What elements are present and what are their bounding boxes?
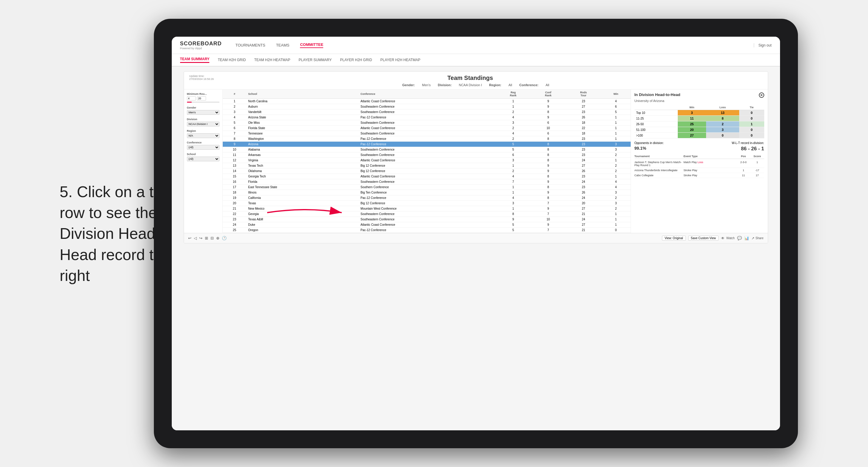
filter-gender-group: Gender Men's: [187, 106, 219, 115]
filter-division-label: Division:: [438, 83, 452, 87]
region-select[interactable]: N/A: [187, 133, 219, 138]
filter-conference-group: Conference (All): [187, 141, 219, 150]
table-row[interactable]: 2 Auburn Southeastern Conference 1 9 27 …: [223, 104, 631, 110]
filter-region-group: Region N/A: [187, 129, 219, 138]
device-frame: SCOREBOARD Powered by clippd TOURNAMENTS…: [154, 19, 798, 448]
sub-nav-team-summary[interactable]: TEAM SUMMARY: [180, 57, 210, 63]
table-row[interactable]: 24 Duke Atlantic Coast Conference 5 9 27…: [223, 222, 631, 227]
min-rou-input1[interactable]: [187, 96, 196, 100]
h2h-panel: In Division Head-to-Head ✕ University of…: [631, 90, 768, 233]
h2h-row: 11-25 11 8 0: [634, 116, 764, 121]
toolbar-step-back[interactable]: ◁: [194, 236, 197, 240]
filter-min-rou: Minimum Rou...: [187, 92, 219, 102]
sub-nav-player-h2h-heatmap[interactable]: PLAYER H2H HEATMAP: [380, 58, 421, 62]
table-row[interactable]: 7 Tennessee Southeastern Conference 4 6 …: [223, 131, 631, 136]
table-row[interactable]: 9 Arizona Pac-12 Conference 5 8 23 3: [223, 142, 631, 147]
standings-table-container: # School Conference RegRank ConfRank Rnd…: [223, 90, 631, 233]
filter-conference-label: Conference:: [520, 83, 538, 87]
filter-division-group: Division NCAA Division I: [187, 118, 219, 126]
table-row[interactable]: 16 Florida Southeastern Conference 7 9 2…: [223, 179, 631, 185]
table-row[interactable]: 5 Ole Miss Southeastern Conference 3 6 1…: [223, 120, 631, 126]
filter-school-group: School (All): [187, 153, 219, 161]
save-custom-view-btn[interactable]: Save Custom View: [688, 236, 719, 241]
close-button[interactable]: ✕: [759, 92, 764, 98]
sign-out[interactable]: Sign out: [754, 43, 771, 48]
toolbar-icon1[interactable]: 💬: [737, 236, 742, 240]
h2h-title: In Division Head-to-Head: [634, 92, 680, 97]
view-original-btn[interactable]: View: Original: [662, 236, 686, 241]
min-rou-input2[interactable]: [197, 96, 206, 100]
table-row[interactable]: 10 Alabama Southeastern Conference 5 8 2…: [223, 147, 631, 152]
tournament-row: Arizona Thunderbirds Intercollegiate Str…: [634, 168, 764, 173]
filter-region-label: Region:: [489, 83, 501, 87]
filter-gender-value: Men's: [422, 83, 431, 87]
filter-gender-label: Gender:: [402, 83, 415, 87]
table-row[interactable]: 12 Virginia Atlantic Coast Conference 3 …: [223, 158, 631, 163]
logo: SCOREBOARD Powered by clippd: [180, 40, 222, 50]
table-row[interactable]: 3 Vanderbilt Southeastern Conference 2 8…: [223, 110, 631, 115]
table-row[interactable]: 20 Texas Big 12 Conference 3 7 20 3: [223, 201, 631, 206]
toolbar-add[interactable]: ⊕: [216, 236, 219, 240]
table-row[interactable]: 14 Oklahoma Big 12 Conference 2 9 26 2: [223, 168, 631, 174]
h2h-row: Top 10 3 13 0: [634, 110, 764, 116]
sub-nav-player-summary[interactable]: PLAYER SUMMARY: [299, 58, 332, 62]
school-select[interactable]: (All): [187, 157, 219, 161]
table-row[interactable]: 17 East Tennessee State Southern Confere…: [223, 185, 631, 190]
standings-table: # School Conference RegRank ConfRank Rnd…: [223, 90, 631, 233]
tournament-section: Tournament Event Type Pos Score Jackson …: [634, 155, 764, 178]
table-row[interactable]: 25 Oregon Pac-12 Conference 5 7 21 0: [223, 227, 631, 233]
table-row[interactable]: 15 Georgia Tech Atlantic Coast Conferenc…: [223, 174, 631, 179]
division-select[interactable]: NCAA Division I: [187, 122, 219, 126]
filter-region-value: All: [508, 83, 512, 87]
table-row[interactable]: 11 Arkansas Southeastern Conference 6 8 …: [223, 152, 631, 158]
table-row[interactable]: 1 North Carolina Atlantic Coast Conferen…: [223, 99, 631, 104]
logo-text: SCOREBOARD: [180, 40, 222, 47]
toolbar-redo[interactable]: ↪: [199, 236, 203, 240]
table-row[interactable]: 6 Florida State Atlantic Coast Conferenc…: [223, 126, 631, 131]
conference-select[interactable]: (All): [187, 145, 219, 150]
gender-select[interactable]: Men's: [187, 110, 219, 115]
table-row[interactable]: 21 New Mexico Mountain West Conference 1…: [223, 206, 631, 212]
sub-nav-team-h2h-heatmap[interactable]: TEAM H2H HEATMAP: [254, 58, 290, 62]
table-row[interactable]: 22 Georgia Southeastern Conference 8 7 2…: [223, 212, 631, 217]
tournament-row: Jackson T. Stephens Cup Men's Match-Play…: [634, 160, 764, 168]
share-icon: ↗: [751, 236, 754, 240]
record-label-wlt: W-L-T record in-division:: [732, 142, 764, 145]
nav-tournaments[interactable]: TOURNAMENTS: [236, 43, 266, 48]
toolbar-eye-icon: 👁: [721, 236, 724, 240]
sub-nav-player-h2h-grid[interactable]: PLAYER H2H GRID: [340, 58, 372, 62]
filter-division-value: NCAA Division I: [459, 83, 482, 87]
update-date: 27/03/2024 16:56:26: [189, 77, 214, 81]
h2h-row: >100 27 0 0: [634, 133, 764, 138]
h2h-team-name: University of Arizona: [634, 99, 764, 102]
toolbar-clock[interactable]: 🕐: [222, 236, 227, 240]
nav-teams[interactable]: TEAMS: [276, 43, 289, 48]
table-row[interactable]: 13 Texas Tech Big 12 Conference 1 9 27 2: [223, 163, 631, 168]
toolbar-grid1[interactable]: ⊞: [205, 236, 208, 240]
sub-nav: TEAM SUMMARY TEAM H2H GRID TEAM H2H HEAT…: [172, 54, 780, 66]
update-time-label: Update time:: [189, 74, 214, 77]
h2h-row: 51-100 20 3 0: [634, 127, 764, 133]
table-row[interactable]: 19 California Pac-12 Conference 4 8 24 2: [223, 195, 631, 201]
table-row[interactable]: 4 Arizona State Pac-12 Conference 4 9 26…: [223, 115, 631, 120]
toolbar-grid2[interactable]: ⊟: [211, 236, 214, 240]
table-row[interactable]: 18 Illinois Big Ten Conference 1 9 26 3: [223, 190, 631, 195]
toolbar-icon2[interactable]: 📊: [744, 236, 749, 240]
device-screen: SCOREBOARD Powered by clippd TOURNAMENTS…: [172, 37, 780, 430]
panel-title: Team Standings: [214, 74, 726, 82]
sub-nav-team-h2h-grid[interactable]: TEAM H2H GRID: [218, 58, 246, 62]
logo-sub: Powered by clippd: [180, 47, 222, 50]
table-row[interactable]: 8 Washington Pac-12 Conference 2 8 23 1: [223, 136, 631, 142]
filter-conference-value: All: [546, 83, 549, 87]
filter-sidebar: Minimum Rou... Gender: [184, 90, 223, 233]
h2h-table: Win Loss Tie Top 10 3 13 0 11-25 11 8 0 …: [634, 105, 764, 138]
main-content: Update time: 27/03/2024 16:56:26 Team St…: [172, 66, 780, 430]
nav-committee[interactable]: COMMITTEE: [300, 42, 323, 48]
toolbar-undo[interactable]: ↩: [188, 236, 191, 240]
share-btn[interactable]: Share: [755, 237, 764, 240]
opponents-pct-label: Opponents in division:: [634, 142, 664, 145]
opponents-pct-value: 99.1%: [634, 146, 647, 152]
table-row[interactable]: 23 Texas A&M Southeastern Conference 9 1…: [223, 217, 631, 222]
watch-btn[interactable]: Watch: [726, 237, 735, 240]
content-panel: Update time: 27/03/2024 16:56:26 Team St…: [184, 71, 768, 243]
